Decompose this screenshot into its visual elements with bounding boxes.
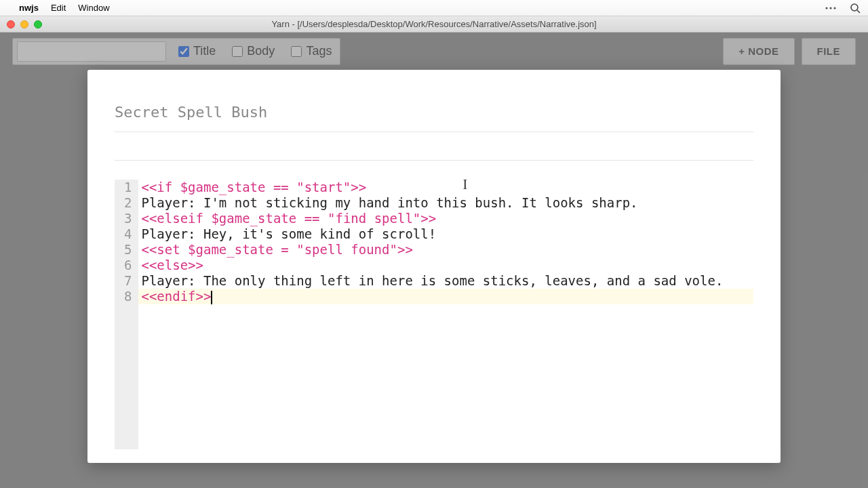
code-line[interactable]: <<if $game_state == "start">>: [138, 180, 753, 195]
code-line[interactable]: <<endif>>: [138, 289, 753, 304]
window-titlebar: Yarn - [/Users/desplesda/Desktop/Work/Re…: [0, 16, 868, 33]
code-line[interactable]: <<elseif $game_state == "find spell">>: [138, 211, 753, 226]
window-close-button[interactable]: [7, 20, 15, 28]
svg-point-2: [833, 7, 835, 9]
svg-point-0: [825, 7, 827, 9]
code-line[interactable]: Player: Hey, it's some kind of scroll!: [138, 226, 753, 242]
line-number: 4: [124, 226, 132, 242]
svg-point-3: [851, 4, 858, 11]
svg-point-1: [829, 7, 831, 9]
line-number: 3: [124, 211, 132, 226]
code-content[interactable]: I <<if $game_state == "start">>Player: I…: [138, 180, 753, 449]
line-number: 8: [124, 289, 132, 304]
code-line[interactable]: Player: I'm not sticking my hand into th…: [138, 195, 753, 211]
menu-window[interactable]: Window: [78, 3, 109, 13]
line-number: 5: [124, 242, 132, 258]
modal-overlay[interactable]: 12345678 I <<if $game_state == "start">>…: [0, 33, 868, 488]
node-editor-panel: 12345678 I <<if $game_state == "start">>…: [87, 70, 781, 463]
node-tags-input[interactable]: [115, 132, 753, 161]
line-number: 7: [124, 273, 132, 289]
node-title-input[interactable]: [115, 104, 753, 132]
line-number-gutter: 12345678: [115, 180, 138, 449]
menu-edit[interactable]: Edit: [51, 3, 66, 13]
line-number: 2: [124, 195, 132, 211]
svg-line-4: [857, 10, 860, 13]
system-menubar: nwjs Edit Window: [0, 0, 868, 16]
window-zoom-button[interactable]: [34, 20, 42, 28]
overflow-icon[interactable]: [825, 2, 837, 14]
code-line[interactable]: Player: The only thing left in here is s…: [138, 273, 753, 289]
window-minimize-button[interactable]: [20, 20, 28, 28]
code-line[interactable]: <<else>>: [138, 258, 753, 273]
search-icon[interactable]: [849, 2, 861, 14]
code-line[interactable]: <<set $game_state = "spell found">>: [138, 242, 753, 258]
text-caret: [211, 291, 212, 304]
window-title: Yarn - [/Users/desplesda/Desktop/Work/Re…: [0, 19, 868, 29]
app-name-menu[interactable]: nwjs: [19, 3, 39, 13]
line-number: 6: [124, 258, 132, 273]
code-editor[interactable]: 12345678 I <<if $game_state == "start">>…: [115, 180, 753, 449]
line-number: 1: [124, 180, 132, 195]
